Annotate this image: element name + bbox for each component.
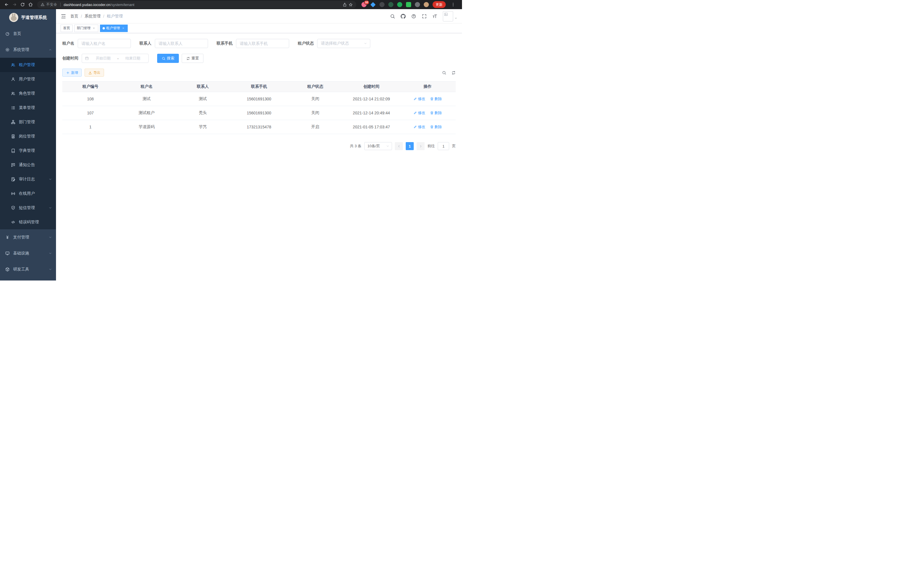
add-button[interactable]: 新增 — [62, 69, 82, 77]
navbar: 首页 / 系统管理 / 租户管理 — [56, 9, 462, 23]
extensions-puzzle-icon[interactable] — [415, 2, 420, 7]
pagination: 共 3 条 10条/页 1 前往 页 — [62, 142, 456, 150]
sidebar-item-error-code[interactable]: 错误码管理 — [0, 215, 56, 229]
sidebar-item-system[interactable]: 系统管理 — [0, 42, 56, 58]
extension-icon-2[interactable] — [370, 2, 375, 7]
box-icon — [5, 267, 10, 272]
sidebar-item-user[interactable]: 用户管理 — [0, 72, 56, 86]
refresh-icon[interactable] — [452, 71, 456, 75]
delete-link[interactable]: 删除 — [430, 96, 442, 102]
total-count: 共 3 条 — [350, 144, 362, 149]
sidebar-item-sms[interactable]: 短信管理 — [0, 201, 56, 215]
reload-icon[interactable] — [19, 1, 26, 8]
share-icon[interactable] — [343, 3, 347, 7]
extension-icon-1[interactable]: 10 — [362, 2, 367, 7]
sidebar-item-audit-log[interactable]: 审计日志 — [0, 172, 56, 186]
edit-link[interactable]: 修改 — [413, 110, 425, 116]
profile-avatar[interactable] — [424, 2, 429, 7]
chrome-update-button[interactable]: 更新 — [433, 1, 446, 8]
tab-dept[interactable]: 部门管理 — [74, 25, 98, 32]
close-icon[interactable] — [122, 26, 125, 30]
edit-link[interactable]: 修改 — [413, 96, 425, 102]
delete-link[interactable]: 删除 — [430, 110, 442, 116]
back-icon[interactable] — [3, 1, 10, 8]
sidebar-item-post[interactable]: 岗位管理 — [0, 129, 56, 144]
reset-button[interactable]: 重置 — [182, 54, 203, 63]
tenant-name-input[interactable] — [78, 39, 131, 48]
breadcrumb-system[interactable]: 系统管理 — [85, 14, 100, 19]
github-icon[interactable] — [400, 14, 406, 19]
font-size-icon[interactable] — [432, 14, 437, 19]
breadcrumb-current: 租户管理 — [107, 14, 123, 19]
extension-icon-3[interactable] — [380, 2, 385, 7]
app-logo: 芋道管理系统 — [0, 9, 56, 26]
breadcrumb-home[interactable]: 首页 — [70, 14, 78, 19]
tab-tenant[interactable]: 租户管理 — [100, 25, 128, 32]
status-select[interactable]: 请选择租户状态 — [317, 39, 370, 48]
browser-menu-icon[interactable] — [449, 1, 457, 8]
sidebar-item-role[interactable]: 角色管理 — [0, 86, 56, 101]
table-row: 107 测试租户 秃头 15601691300 关闭 2021-12-14 20… — [62, 106, 456, 120]
dashboard-icon — [5, 32, 10, 36]
sidebar-item-tenant[interactable]: 租户管理 — [0, 58, 56, 72]
end-date-placeholder[interactable]: 结束日期 — [120, 56, 146, 61]
sidebar-fold-icon[interactable] — [61, 14, 66, 19]
delete-link[interactable]: 删除 — [430, 124, 442, 129]
col-contact: 联系人 — [175, 81, 231, 92]
fullscreen-icon[interactable] — [422, 14, 427, 19]
sidebar-item-dict[interactable]: 字典管理 — [0, 144, 56, 158]
tenant-table: 租户编号 租户名 联系人 联系手机 租户状态 创建时间 操作 108 测试 测试 — [62, 81, 456, 134]
sidebar-item-home[interactable]: 首页 — [0, 26, 56, 42]
edit-link[interactable]: 修改 — [413, 124, 425, 129]
omnibox-divider — [60, 3, 61, 7]
col-status: 租户状态 — [287, 81, 344, 92]
sidebar-item-notice[interactable]: 通知公告 — [0, 158, 56, 172]
mobile-input[interactable] — [236, 39, 289, 48]
next-page-button[interactable] — [417, 142, 424, 150]
contact-input[interactable] — [155, 39, 208, 48]
page-size-select[interactable]: 10条/页 — [364, 142, 392, 150]
bookmark-star-icon[interactable] — [349, 3, 353, 7]
help-icon[interactable] — [411, 14, 416, 19]
sidebar-item-dev-tools[interactable]: 研发工具 — [0, 261, 56, 277]
chevron-down-icon — [49, 236, 52, 239]
tab-home[interactable]: 首页 — [61, 25, 73, 32]
address-bar[interactable]: 不安全 dashboard.yudao.iocoder.cn/system/te… — [37, 1, 356, 8]
extension-icon-4[interactable] — [388, 2, 393, 7]
col-tenant-name: 租户名 — [118, 81, 175, 92]
export-button[interactable]: 导出 — [85, 69, 104, 77]
start-date-placeholder[interactable]: 开始日期 — [91, 56, 116, 61]
sidebar-item-online-users[interactable]: 在线用户 — [0, 186, 56, 201]
forward-icon[interactable] — [11, 1, 18, 8]
extension-icon-5[interactable] — [397, 2, 402, 7]
sidebar-item-dept[interactable]: 部门管理 — [0, 115, 56, 129]
date-range-picker[interactable]: 开始日期 - 结束日期 — [82, 54, 148, 63]
sidebar-item-payment[interactable]: 支付管理 — [0, 229, 56, 245]
page-number-1[interactable]: 1 — [406, 142, 414, 150]
extension-badge: 10 — [364, 0, 369, 5]
header-search-icon[interactable] — [390, 14, 395, 19]
people-icon — [11, 91, 15, 96]
page-url[interactable]: dashboard.yudao.iocoder.cn/system/tenant — [64, 3, 135, 7]
not-secure-warning-icon[interactable] — [40, 3, 45, 7]
sidebar-item-infrastructure[interactable]: 基础设施 — [0, 245, 56, 261]
chevron-down-icon — [49, 252, 52, 255]
contact-label: 联系人 — [140, 41, 152, 46]
home-icon[interactable] — [27, 1, 34, 8]
goto-page-input[interactable] — [438, 142, 449, 150]
extension-icon-6[interactable] — [406, 2, 411, 7]
avatar-caret-icon[interactable] — [454, 17, 458, 20]
security-label[interactable]: 不安全 — [46, 2, 57, 7]
org-tree-icon — [11, 120, 15, 124]
user-avatar[interactable] — [443, 11, 453, 21]
prev-page-button[interactable] — [395, 142, 403, 150]
close-icon[interactable] — [92, 26, 96, 30]
search-button[interactable]: 搜索 — [157, 54, 179, 63]
user-icon — [11, 77, 15, 81]
monitor-icon — [5, 251, 10, 256]
chevron-down-icon — [49, 177, 52, 181]
sidebar-item-menu[interactable]: 菜单管理 — [0, 101, 56, 115]
toggle-search-icon[interactable] — [442, 71, 446, 75]
table-row: 1 芋道源码 芋艿 17321315478 开启 2021-01-05 17:0… — [62, 120, 456, 134]
book-icon — [11, 148, 15, 153]
